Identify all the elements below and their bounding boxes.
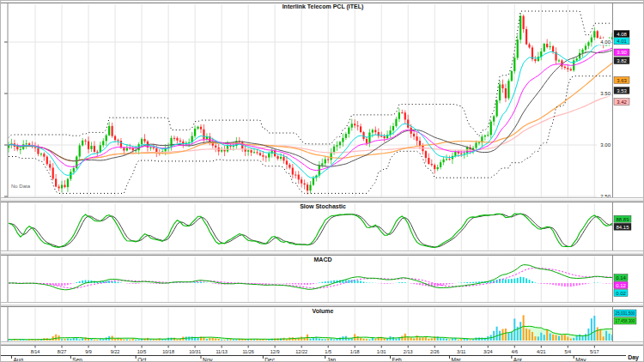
week-label: 4/6: [511, 349, 518, 354]
price-badge: 3.63: [614, 76, 629, 83]
svg-text:88.89: 88.89: [616, 217, 629, 222]
week-label: 12/22: [295, 349, 307, 354]
svg-text:0.02: 0.02: [616, 291, 626, 296]
ma-45-line: [9, 63, 612, 161]
svg-text:3.63: 3.63: [617, 78, 627, 83]
svg-text:0.12: 0.12: [616, 283, 626, 288]
price-badge: 3.42: [614, 99, 629, 106]
price-chart-canvas[interactable]: 4.003.503.002.504.084.013.903.823.633.53…: [1, 3, 644, 198]
stochastic-badge: 84.15: [614, 223, 631, 230]
macd-panel: 0.140.120.02: [1, 256, 644, 303]
week-label: 11/26: [242, 349, 253, 354]
svg-text:0.14: 0.14: [616, 275, 626, 281]
price-badge: 3.90: [614, 49, 629, 56]
stochastic-d-line: [9, 214, 612, 247]
svg-text:84.15: 84.15: [616, 225, 629, 230]
svg-text:3.90: 3.90: [617, 50, 627, 55]
macd-badge: 0.14: [614, 275, 628, 281]
stochastic-k-line: [9, 214, 612, 247]
week-label: 2/13: [404, 349, 413, 354]
week-label: 1/31: [377, 349, 386, 354]
y-axis-label: 4.00: [600, 39, 611, 45]
week-label: 3/11: [457, 349, 465, 354]
macd-badge: 0.12: [614, 282, 628, 289]
macd-line: [9, 265, 612, 290]
week-label: 8/27: [58, 349, 67, 354]
week-label: 3/24: [483, 349, 493, 354]
macd-badge: 0.02: [614, 290, 628, 297]
month-label: May: [575, 357, 586, 362]
week-label: 1/5: [325, 349, 331, 354]
price-badge: 3.53: [614, 87, 629, 94]
week-label: 2/26: [430, 349, 440, 354]
macd-signal-line: [9, 268, 612, 288]
week-label: 10/18: [162, 349, 174, 354]
month-label: Mar: [451, 357, 461, 362]
price-badge: 4.08: [614, 30, 629, 37]
candles-layer: [8, 14, 613, 195]
volume-badge: 25,031,500: [614, 310, 636, 317]
price-panel: 4.003.503.002.504.084.013.903.823.633.53…: [1, 3, 644, 198]
y-axis-label: 3.00: [600, 142, 611, 148]
stochastic-badge: 88.89: [614, 215, 631, 222]
week-label: 8/14: [31, 349, 40, 354]
no-data-label: No Data: [11, 184, 30, 189]
month-label: Aug: [13, 357, 23, 362]
y-axis-label: 3.50: [600, 91, 611, 96]
week-label: 10/5: [137, 349, 147, 354]
week-label: 11/13: [216, 349, 227, 354]
svg-text:17,458,300: 17,458,300: [616, 319, 635, 323]
svg-text:3.42: 3.42: [617, 100, 627, 105]
stochastic-panel: 88.8984.15: [1, 202, 644, 251]
week-label: 4/21: [537, 349, 546, 354]
macd-chart-canvas[interactable]: 0.140.120.02: [1, 256, 644, 303]
month-label: Feb: [392, 357, 403, 362]
volume-badge: 17,458,300: [614, 317, 636, 324]
svg-text:25,031,500: 25,031,500: [616, 311, 635, 316]
week-label: 5/17: [590, 349, 599, 354]
upper-channel-dotted-line: [9, 11, 612, 144]
volume-chart-canvas[interactable]: 25,031,50017,458,300: [1, 307, 644, 342]
week-label: 12/9: [270, 349, 280, 354]
svg-text:3.82: 3.82: [617, 58, 627, 63]
month-label: Jan: [327, 357, 337, 362]
week-label: 9/9: [85, 349, 92, 354]
week-label: 10/31: [189, 349, 201, 354]
month-label: Sep: [72, 357, 82, 362]
week-label: 5/4: [564, 349, 571, 354]
volume-panel: 25,031,50017,458,300: [1, 307, 644, 342]
svg-text:4.08: 4.08: [617, 32, 627, 37]
svg-text:4.01: 4.01: [617, 39, 627, 44]
price-badge: 4.01: [614, 38, 629, 45]
chart-window: 4.003.503.002.504.084.013.903.823.633.53…: [0, 0, 644, 362]
month-label: Dec: [264, 357, 275, 362]
stochastic-chart-canvas[interactable]: 88.8984.15: [1, 202, 644, 251]
month-label: Apr: [513, 357, 523, 362]
svg-text:3.53: 3.53: [617, 88, 627, 94]
week-label: 9/22: [111, 349, 120, 354]
month-label: Nov: [203, 357, 213, 362]
date-axis-canvas: 8/148/279/99/2210/510/1810/3111/1311/261…: [1, 346, 644, 362]
month-label: Oct: [137, 357, 146, 362]
price-badge: 3.82: [614, 57, 629, 64]
week-label: 1/18: [350, 349, 360, 354]
date-axis: 8/148/279/99/2210/510/1810/3111/1311/261…: [1, 346, 644, 362]
periodicity-label[interactable]: Day: [628, 354, 639, 360]
